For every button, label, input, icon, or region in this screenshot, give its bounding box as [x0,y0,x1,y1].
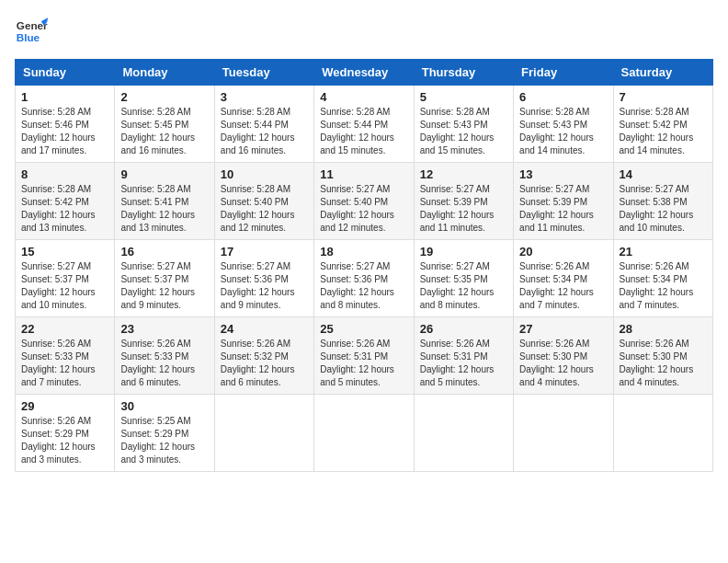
day-detail: Sunrise: 5:28 AMSunset: 5:46 PMDaylight:… [21,107,96,155]
logo: General Blue [15,15,48,48]
calendar-cell: 12 Sunrise: 5:27 AMSunset: 5:39 PMDaylig… [414,163,513,240]
day-detail: Sunrise: 5:27 AMSunset: 5:40 PMDaylight:… [320,184,394,233]
day-detail: Sunrise: 5:26 AMSunset: 5:33 PMDaylight:… [120,339,195,387]
day-number: 15 [21,245,108,259]
day-number: 29 [21,399,108,413]
day-detail: Sunrise: 5:27 AMSunset: 5:37 PMDaylight:… [21,261,96,310]
day-detail: Sunrise: 5:28 AMSunset: 5:41 PMDaylight:… [120,184,195,233]
week-row-5: 29 Sunrise: 5:26 AMSunset: 5:29 PMDaylig… [16,395,713,472]
calendar-cell: 18 Sunrise: 5:27 AMSunset: 5:36 PMDaylig… [314,240,414,317]
day-number: 11 [320,167,407,181]
calendar-cell: 19 Sunrise: 5:27 AMSunset: 5:35 PMDaylig… [414,240,513,317]
day-number: 18 [320,245,407,259]
calendar-cell: 10 Sunrise: 5:28 AMSunset: 5:40 PMDaylig… [214,163,313,240]
day-detail: Sunrise: 5:28 AMSunset: 5:44 PMDaylight:… [320,107,394,155]
day-number: 16 [120,245,208,259]
day-detail: Sunrise: 5:26 AMSunset: 5:32 PMDaylight:… [221,339,295,387]
weekday-header-sunday: Sunday [16,60,115,86]
day-detail: Sunrise: 5:28 AMSunset: 5:42 PMDaylight:… [620,107,694,155]
day-number: 14 [620,167,707,181]
day-number: 25 [320,322,407,336]
day-number: 13 [519,167,607,181]
day-number: 27 [519,322,607,336]
week-row-4: 22 Sunrise: 5:26 AMSunset: 5:33 PMDaylig… [16,317,713,395]
weekday-header-monday: Monday [115,60,214,86]
day-number: 21 [620,245,707,259]
calendar-cell: 5 Sunrise: 5:28 AMSunset: 5:43 PMDayligh… [414,86,513,163]
weekday-header-thursday: Thursday [414,60,513,86]
day-number: 6 [519,90,607,104]
day-number: 4 [320,90,407,104]
day-number: 30 [120,399,208,413]
day-detail: Sunrise: 5:28 AMSunset: 5:45 PMDaylight:… [120,107,195,155]
day-number: 12 [420,167,507,181]
day-detail: Sunrise: 5:26 AMSunset: 5:34 PMDaylight:… [620,261,694,310]
calendar-cell: 25 Sunrise: 5:26 AMSunset: 5:31 PMDaylig… [314,317,414,395]
calendar-cell: 22 Sunrise: 5:26 AMSunset: 5:33 PMDaylig… [16,317,115,395]
calendar-cell: 24 Sunrise: 5:26 AMSunset: 5:32 PMDaylig… [214,317,313,395]
day-detail: Sunrise: 5:26 AMSunset: 5:34 PMDaylight:… [519,261,594,310]
weekday-header-friday: Friday [514,60,613,86]
day-detail: Sunrise: 5:27 AMSunset: 5:38 PMDaylight:… [620,184,694,233]
day-detail: Sunrise: 5:28 AMSunset: 5:44 PMDaylight:… [221,107,295,155]
day-number: 1 [21,90,108,104]
day-number: 22 [21,322,108,336]
calendar-cell: 20 Sunrise: 5:26 AMSunset: 5:34 PMDaylig… [514,240,613,317]
day-detail: Sunrise: 5:26 AMSunset: 5:31 PMDaylight:… [320,339,394,387]
calendar-cell: 9 Sunrise: 5:28 AMSunset: 5:41 PMDayligh… [115,163,214,240]
svg-text:Blue: Blue [17,31,40,43]
calendar-cell: 27 Sunrise: 5:26 AMSunset: 5:30 PMDaylig… [514,317,613,395]
day-number: 24 [221,322,308,336]
calendar-cell: 6 Sunrise: 5:28 AMSunset: 5:43 PMDayligh… [514,86,613,163]
calendar-cell [214,395,313,472]
day-number: 23 [120,322,208,336]
calendar-cell: 2 Sunrise: 5:28 AMSunset: 5:45 PMDayligh… [115,86,214,163]
logo-icon: General Blue [15,15,48,48]
day-number: 3 [221,90,308,104]
day-number: 20 [519,245,607,259]
day-detail: Sunrise: 5:27 AMSunset: 5:36 PMDaylight:… [320,261,394,310]
calendar-cell: 29 Sunrise: 5:26 AMSunset: 5:29 PMDaylig… [16,395,115,472]
day-number: 17 [221,245,308,259]
day-number: 5 [420,90,507,104]
day-detail: Sunrise: 5:27 AMSunset: 5:35 PMDaylight:… [420,261,495,310]
calendar-cell: 8 Sunrise: 5:28 AMSunset: 5:42 PMDayligh… [16,163,115,240]
day-detail: Sunrise: 5:26 AMSunset: 5:31 PMDaylight:… [420,339,495,387]
day-detail: Sunrise: 5:26 AMSunset: 5:29 PMDaylight:… [21,416,96,465]
weekday-header-row: SundayMondayTuesdayWednesdayThursdayFrid… [16,60,713,86]
calendar-cell: 1 Sunrise: 5:28 AMSunset: 5:46 PMDayligh… [16,86,115,163]
calendar-cell [514,395,613,472]
calendar-cell: 26 Sunrise: 5:26 AMSunset: 5:31 PMDaylig… [414,317,513,395]
calendar-cell: 28 Sunrise: 5:26 AMSunset: 5:30 PMDaylig… [613,317,712,395]
week-row-2: 8 Sunrise: 5:28 AMSunset: 5:42 PMDayligh… [16,163,713,240]
day-detail: Sunrise: 5:26 AMSunset: 5:30 PMDaylight:… [519,339,594,387]
day-number: 8 [21,167,108,181]
calendar-cell: 11 Sunrise: 5:27 AMSunset: 5:40 PMDaylig… [314,163,414,240]
day-detail: Sunrise: 5:27 AMSunset: 5:39 PMDaylight:… [420,184,495,233]
calendar-cell: 13 Sunrise: 5:27 AMSunset: 5:39 PMDaylig… [514,163,613,240]
calendar-cell: 7 Sunrise: 5:28 AMSunset: 5:42 PMDayligh… [613,86,712,163]
weekday-header-wednesday: Wednesday [314,60,414,86]
day-number: 26 [420,322,507,336]
calendar-cell [613,395,712,472]
day-detail: Sunrise: 5:28 AMSunset: 5:40 PMDaylight:… [221,184,295,233]
day-detail: Sunrise: 5:26 AMSunset: 5:30 PMDaylight:… [620,339,694,387]
day-number: 9 [120,167,208,181]
day-detail: Sunrise: 5:26 AMSunset: 5:33 PMDaylight:… [21,339,96,387]
week-row-1: 1 Sunrise: 5:28 AMSunset: 5:46 PMDayligh… [16,86,713,163]
day-number: 10 [221,167,308,181]
day-detail: Sunrise: 5:27 AMSunset: 5:37 PMDaylight:… [120,261,195,310]
calendar-cell: 23 Sunrise: 5:26 AMSunset: 5:33 PMDaylig… [115,317,214,395]
day-detail: Sunrise: 5:27 AMSunset: 5:39 PMDaylight:… [519,184,594,233]
day-detail: Sunrise: 5:28 AMSunset: 5:43 PMDaylight:… [420,107,495,155]
day-detail: Sunrise: 5:25 AMSunset: 5:29 PMDaylight:… [120,416,195,465]
day-number: 7 [620,90,707,104]
calendar-cell: 15 Sunrise: 5:27 AMSunset: 5:37 PMDaylig… [16,240,115,317]
calendar-cell: 14 Sunrise: 5:27 AMSunset: 5:38 PMDaylig… [613,163,712,240]
day-number: 2 [120,90,208,104]
calendar-table: SundayMondayTuesdayWednesdayThursdayFrid… [15,59,713,472]
weekday-header-tuesday: Tuesday [214,60,313,86]
calendar-cell: 21 Sunrise: 5:26 AMSunset: 5:34 PMDaylig… [613,240,712,317]
day-detail: Sunrise: 5:27 AMSunset: 5:36 PMDaylight:… [221,261,295,310]
day-detail: Sunrise: 5:28 AMSunset: 5:42 PMDaylight:… [21,184,96,233]
